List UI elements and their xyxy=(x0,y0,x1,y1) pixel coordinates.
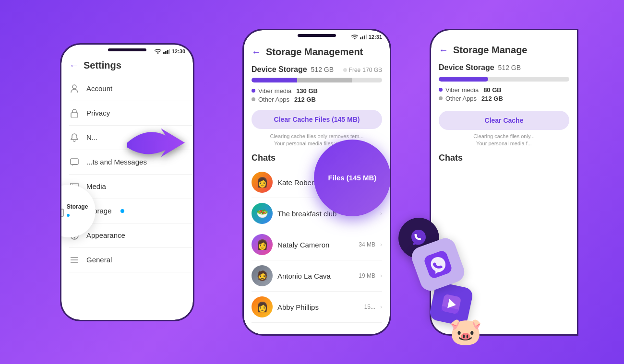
viber-dot-3 xyxy=(439,88,443,92)
legend-other-3: Other Apps 212 GB xyxy=(439,95,569,102)
chat-name-abby: Abby Phillips xyxy=(277,303,360,311)
storage-manage-title: Storage Manage xyxy=(453,45,527,56)
privacy-label: Privacy xyxy=(86,109,110,117)
notifications-label: N... xyxy=(86,133,97,141)
viber-size: 130 GB xyxy=(296,87,318,94)
chat-item[interactable]: 👩 Abby Phillips 15... › xyxy=(252,292,382,323)
avatar-abby: 👩 xyxy=(252,296,273,317)
settings-title: Settings xyxy=(84,60,121,71)
free-size: 170 GB xyxy=(362,67,382,73)
popup-circle: Files (145 MB) xyxy=(314,140,391,216)
avatar-breakfast: 🥗 xyxy=(252,203,273,224)
chat-size-abby: 15... xyxy=(364,304,375,310)
chat-name-nataly: Nataly Cameron xyxy=(277,241,354,249)
general-label: General xyxy=(86,256,112,264)
avatar-antonio: 🧔 xyxy=(252,265,273,286)
chat-name-antonio: Antonio La Cava xyxy=(277,272,354,280)
other-label-3: Other Apps xyxy=(445,95,477,102)
device-storage-row: Device Storage 512 GB Free 170 GB xyxy=(252,65,382,74)
account-label: Account xyxy=(86,84,112,93)
device-storage-size: 512 GB xyxy=(311,66,334,73)
popup-overlay: Files (145 MB) xyxy=(314,140,391,216)
chevron-icon-4: › xyxy=(380,272,382,279)
cache-note-3: Clearing cache files only...Your persona… xyxy=(439,133,569,148)
storage-dot xyxy=(120,209,124,213)
viber-label-3: Viber media xyxy=(445,86,479,94)
storage-bar-other xyxy=(297,78,352,82)
free-text: Free xyxy=(349,67,361,73)
back-arrow-2[interactable]: ← xyxy=(252,47,261,58)
svg-point-13 xyxy=(354,38,355,39)
free-dot xyxy=(343,68,347,72)
chevron-icon-5: › xyxy=(380,304,382,310)
svg-point-5 xyxy=(72,85,76,89)
float-viber-box-1 xyxy=(415,242,461,287)
appearance-label: Appearance xyxy=(86,231,125,239)
storage-circle-inner: Storage xyxy=(61,203,88,218)
legend-viber-3: Viber media 80 GB xyxy=(439,86,569,94)
settings-item-general[interactable]: General xyxy=(69,248,193,272)
phone-notch-2 xyxy=(298,34,336,37)
back-arrow-3[interactable]: ← xyxy=(439,45,448,56)
wifi-icon-2 xyxy=(351,35,358,39)
viber-float-box xyxy=(409,235,468,294)
svg-rect-15 xyxy=(362,36,363,39)
chats-icon xyxy=(69,157,80,167)
main-container: 12:30 ← Settings Account xyxy=(0,0,624,364)
storage-bar xyxy=(252,78,382,82)
avatar-kate: 👩 xyxy=(252,172,273,193)
svg-rect-14 xyxy=(360,37,361,39)
settings-item-storage[interactable]: Storage Storage xyxy=(69,199,193,223)
storage-management-title: Storage Management xyxy=(266,47,363,58)
media-label: Media xyxy=(86,182,106,190)
chat-item[interactable]: 👩 Nataly Cameron 34 MB › xyxy=(252,229,382,260)
chat-size-nataly: 34 MB xyxy=(359,241,375,248)
settings-header: ← Settings xyxy=(61,56,193,77)
storage-folder-icon xyxy=(61,205,64,217)
clear-cache-label-3: Clear Cache xyxy=(485,117,524,124)
popup-text: Files (145 MB) xyxy=(321,166,383,189)
back-arrow-1[interactable]: ← xyxy=(69,60,79,71)
storage-header-2: ← Storage Manage xyxy=(431,40,577,59)
arrow-decoration xyxy=(122,116,190,183)
svg-rect-4 xyxy=(169,49,170,54)
device-storage-size-3: 512 GB xyxy=(498,64,521,71)
device-storage-label-3: Device Storage xyxy=(439,63,494,72)
storage-bar-viber xyxy=(252,78,297,82)
device-storage-label: Device Storage xyxy=(252,65,307,74)
storage-bar-3 xyxy=(439,77,569,82)
other-label: Other Apps xyxy=(258,96,289,103)
svg-rect-2 xyxy=(165,51,167,54)
svg-rect-3 xyxy=(167,50,168,54)
circle-storage-text: Storage xyxy=(67,203,88,210)
chats-section-title-3: Chats xyxy=(439,153,569,163)
svg-rect-1 xyxy=(163,52,165,54)
chevron-icon-3: › xyxy=(380,241,382,248)
svg-point-0 xyxy=(157,52,158,54)
svg-rect-16 xyxy=(364,35,365,39)
viber-dot xyxy=(252,89,255,93)
svg-rect-17 xyxy=(366,35,367,39)
play-icon xyxy=(440,293,462,315)
wifi-icon xyxy=(155,49,161,54)
privacy-icon xyxy=(69,108,80,118)
settings-item-account[interactable]: Account xyxy=(69,77,193,101)
storage-bar-fill-3 xyxy=(439,77,488,82)
signal-icon xyxy=(163,49,170,54)
phone3-storage-content: Device Storage 512 GB Viber media 80 GB … xyxy=(431,63,577,164)
time-display-2: 12:31 xyxy=(369,34,382,40)
clear-cache-button-3[interactable]: Clear Cache xyxy=(439,111,569,130)
signal-icon-2 xyxy=(360,35,367,39)
device-storage-row-3: Device Storage 512 GB xyxy=(439,63,569,72)
chat-size-antonio: 19 MB xyxy=(359,272,375,279)
clear-cache-button[interactable]: Clear Cache Files (145 MB) xyxy=(252,110,382,129)
other-dot-3 xyxy=(439,96,443,100)
other-size-3: 212 GB xyxy=(481,95,503,102)
popup-text-label: Files (145 MB) xyxy=(328,174,376,182)
other-dot xyxy=(252,97,255,101)
viber-size-3: 80 GB xyxy=(483,86,502,94)
svg-rect-7 xyxy=(71,159,78,164)
pig-sticker: 🐷 xyxy=(449,316,482,347)
chat-item[interactable]: 🧔 Antonio La Cava 19 MB › xyxy=(252,260,382,292)
viber-label: Viber media xyxy=(258,87,291,94)
